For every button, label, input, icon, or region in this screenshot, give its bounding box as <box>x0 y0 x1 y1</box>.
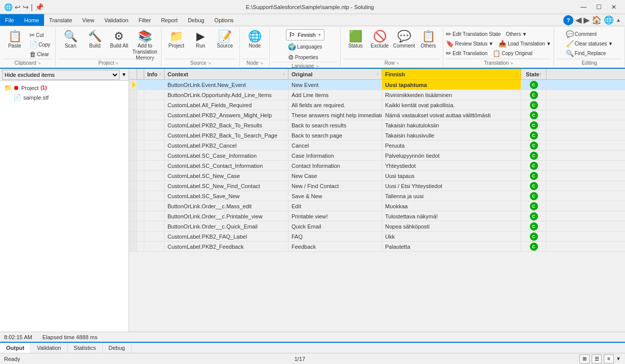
table-row[interactable]: ButtonOrLink.Event.New_EventNew EventUus… <box>129 80 625 90</box>
table-row[interactable]: ButtonOrLink.Order__c.Quick_EmailQuick E… <box>129 221 625 232</box>
menu-translate[interactable]: Translate <box>44 14 77 26</box>
node-expand-icon[interactable]: ↘ <box>260 61 263 65</box>
bottom-tab-statistics[interactable]: Statistics <box>68 343 103 353</box>
col-info[interactable]: Info ↕ <box>144 69 164 79</box>
cell-finnish[interactable]: Muokkaa <box>382 201 521 211</box>
table-row[interactable]: CustomLabel.PKB2_FeedbackFeedbackPalaute… <box>129 242 625 252</box>
translation-expand-icon[interactable]: ↘ <box>510 61 513 65</box>
exclude-button[interactable]: 🚫 Exclude <box>368 29 391 59</box>
copy-button[interactable]: 📄 Copy <box>27 40 52 49</box>
home-nav-icon[interactable]: 🏠 <box>592 15 602 25</box>
cell-finnish[interactable]: Rivinimikkeiden lisääminen <box>382 90 521 100</box>
status-button[interactable]: 🟩 Status <box>344 29 367 59</box>
table-row[interactable]: CustomLabel.PKB2_Back_To_ResultsBack to … <box>129 120 625 130</box>
cell-finnish[interactable]: Uusi tapahtuma <box>382 80 521 89</box>
bottom-tab-validation[interactable]: Validation <box>31 343 68 353</box>
project-expand-icon[interactable]: ↘ <box>115 61 118 65</box>
cell-finnish[interactable]: Takaisin hakutuloksiin <box>382 120 521 130</box>
row-comment-button[interactable]: 💬 Comment <box>392 29 415 59</box>
filter-expand-icon[interactable]: ▼ <box>121 72 127 77</box>
scan-button[interactable]: 🔍 Scan <box>59 29 82 59</box>
project-btn[interactable]: 📁 Project <box>164 29 188 59</box>
globe-icon[interactable]: 🌐 <box>604 15 614 25</box>
language-expand-icon[interactable]: ↘ <box>315 64 319 68</box>
languages-button[interactable]: 🌍 Languages <box>286 42 324 51</box>
col-context[interactable]: Context ↕ <box>164 69 288 79</box>
copy-original-button[interactable]: 📋 Copy Original <box>490 49 534 58</box>
bottom-tab-output[interactable]: Output <box>0 343 31 353</box>
row-others-button[interactable]: 📋 Others <box>416 29 440 59</box>
sample-stf-item[interactable]: 📄 sample.stf <box>11 93 127 102</box>
translation-others-top-button[interactable]: Others ▼ <box>504 29 529 38</box>
clear-statuses-button[interactable]: 🧹 Clear statuses ▼ <box>564 39 615 48</box>
cell-finnish[interactable]: Yhteystiedot <box>382 161 521 170</box>
undo-icon[interactable]: ↩ <box>15 3 21 11</box>
build-button[interactable]: 🔨 Build <box>83 29 106 59</box>
table-row[interactable]: CustomLabel.PKB2_FAQ_LabelFAQUkkC <box>129 232 625 242</box>
minimize-button[interactable]: — <box>576 2 591 12</box>
menu-report[interactable]: Report <box>156 14 183 26</box>
clear-button[interactable]: 🗑 Clear <box>27 50 52 59</box>
source-expand-icon[interactable]: ↘ <box>207 61 211 65</box>
table-row[interactable]: CustomLabel.SC_Case_InformationCase Info… <box>129 151 625 161</box>
row-expand-icon[interactable]: ↘ <box>396 61 399 65</box>
grid-view-btn[interactable]: ⊞ <box>579 354 590 363</box>
menu-file[interactable]: File <box>0 14 19 26</box>
col-state[interactable]: State ↕ <box>521 69 547 79</box>
redo-icon[interactable]: ↪ <box>23 3 29 11</box>
table-row[interactable]: CustomLabel.SC_Save_NewSave & NewTallenn… <box>129 191 625 201</box>
bottom-tab-debug[interactable]: Debug <box>103 343 132 353</box>
review-status-button[interactable]: 🔖 Review Status ▼ <box>444 39 495 48</box>
expand-ribbon-icon[interactable]: ▲ <box>616 17 621 23</box>
help-icon[interactable]: ? <box>563 15 573 25</box>
table-row[interactable]: ButtonOrLink.Opportunity.Add_Line_ItemsA… <box>129 90 625 100</box>
cell-finnish[interactable]: Ukk <box>382 232 521 241</box>
cell-finnish[interactable]: Uusi tapaus <box>382 171 521 180</box>
editing-comment-button[interactable]: 💬 Comment <box>564 29 599 38</box>
detail-view-btn[interactable]: ≡ <box>604 354 614 363</box>
edit-translation-button[interactable]: ✏ Edit Translation <box>444 49 489 58</box>
clipboard-expand-icon[interactable]: ↘ <box>37 61 41 65</box>
run-button[interactable]: ▶ Run <box>189 29 212 59</box>
source-button[interactable]: 📝 Source <box>213 29 236 59</box>
cell-finnish[interactable]: Tulostettava näkymä! <box>382 211 521 221</box>
menu-validation[interactable]: Validation <box>99 14 134 26</box>
table-row[interactable]: CustomLabel.PKB2_Back_To_Search_PageBack… <box>129 130 625 141</box>
cell-finnish[interactable]: Palautetta <box>382 242 521 251</box>
build-all-button[interactable]: ⚙ Build All <box>107 29 131 59</box>
properties-button[interactable]: ⚙ Properties <box>286 53 320 62</box>
table-row[interactable]: CustomLabel.SC_New_Find_ContactNew / Fin… <box>129 181 625 191</box>
table-row[interactable]: CustomLabel.All_Fields_RequiredAll field… <box>129 100 625 110</box>
maximize-button[interactable]: ☐ <box>592 2 606 12</box>
col-finnish[interactable]: Finnish ↕ <box>382 69 521 79</box>
table-row[interactable]: CustomLabel.PKB2_Answers_Might_HelpThese… <box>129 110 625 120</box>
cell-finnish[interactable]: Peruuta <box>382 141 521 150</box>
table-row[interactable]: ButtonOrLink.Order__c.Printable_viewPrin… <box>129 211 625 221</box>
col-original[interactable]: Original ↕ <box>288 69 382 79</box>
cell-finnish[interactable]: Nopea sähköposti <box>382 221 521 231</box>
add-tm-button[interactable]: 📚 Add to Translation Memory <box>132 29 158 59</box>
project-tree-item[interactable]: 📁 Project (1) <box>2 83 127 93</box>
hide-excluded-select[interactable]: Hide excluded items <box>2 70 119 80</box>
table-row[interactable]: CustomLabel.SC_New_CaseNew CaseUusi tapa… <box>129 171 625 181</box>
find-replace-button[interactable]: 🔍 Find_Replace <box>564 49 608 58</box>
forward-icon[interactable]: ▶ <box>584 15 590 25</box>
cell-finnish[interactable]: Takaisin hakusivulle <box>382 130 521 140</box>
menu-view[interactable]: View <box>77 14 100 26</box>
menu-home[interactable]: Home <box>19 14 44 26</box>
back-icon[interactable]: ◀ <box>575 15 581 25</box>
cell-finnish[interactable]: Uusi / Etsi Yhteystiedot <box>382 181 521 191</box>
close-button[interactable]: ✕ <box>607 2 621 12</box>
load-translation-button[interactable]: 📥 Load Translation ▼ <box>496 39 553 48</box>
menu-debug[interactable]: Debug <box>183 14 209 26</box>
menu-options[interactable]: Options <box>210 14 239 26</box>
cut-button[interactable]: ✂ Cut <box>27 30 52 39</box>
cell-finnish[interactable]: Palvelupyynnön tiedot <box>382 151 521 160</box>
node-button[interactable]: 🌐 Node <box>243 29 266 59</box>
cell-finnish[interactable]: Kaikki kentät ovat pakollisia. <box>382 100 521 110</box>
table-row[interactable]: CustomLabel.PKB2_CancelCancelPeruutaC <box>129 141 625 151</box>
edit-state-button[interactable]: ✏ Edit Translation State <box>444 29 503 38</box>
zoom-arrow[interactable]: ▼ <box>616 356 621 361</box>
menu-filter[interactable]: Filter <box>134 14 156 26</box>
pin-icon[interactable]: 📌 <box>35 3 44 11</box>
